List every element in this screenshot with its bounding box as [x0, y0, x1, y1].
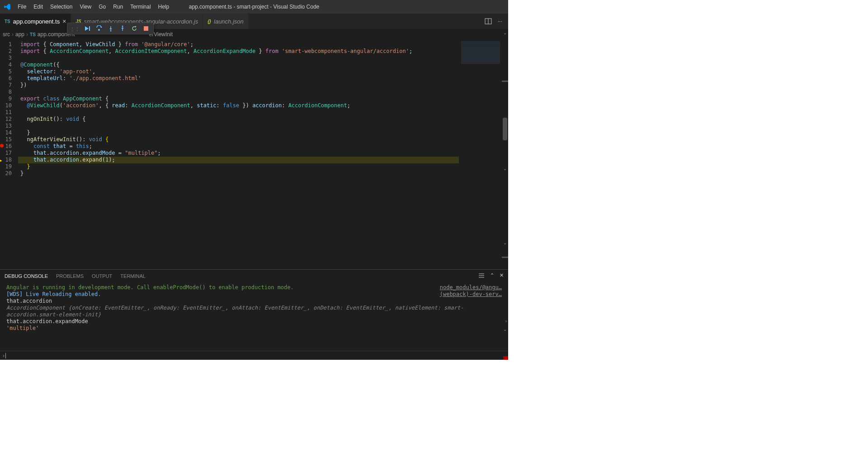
- menu-bar: FileEditSelectionViewGoRunTerminalHelp: [14, 2, 172, 12]
- scrollbar-thumb[interactable]: [503, 118, 507, 140]
- line-number: 19: [0, 163, 18, 170]
- current-line-icon: ▶: [0, 157, 2, 164]
- step-out-button[interactable]: [118, 24, 127, 33]
- debug-toolbar[interactable]: ⋮⋮: [67, 23, 154, 34]
- console-line: 'multiple': [6, 325, 502, 332]
- line-number: 5: [0, 68, 18, 75]
- fold-chevron-icon[interactable]: ⌄: [503, 240, 507, 245]
- code-line[interactable]: }: [18, 163, 459, 170]
- collapse-chevron-icon[interactable]: ⌄: [503, 30, 507, 35]
- panel-tab[interactable]: DEBUG CONSOLE: [5, 273, 48, 279]
- split-editor-icon[interactable]: [485, 18, 492, 25]
- code-line[interactable]: [18, 123, 459, 129]
- line-number: 17: [0, 150, 18, 157]
- svg-point-4: [122, 26, 123, 27]
- fold-chevron-icon[interactable]: ⌄: [503, 166, 507, 171]
- close-tab-icon[interactable]: ×: [62, 18, 66, 25]
- code-line[interactable]: ngAfterViewInit(): void {: [18, 136, 459, 143]
- line-number: 12: [0, 116, 18, 123]
- menu-view[interactable]: View: [76, 2, 94, 12]
- panel-tab-bar: DEBUG CONSOLEPROBLEMSOUTPUTTERMINAL ⌃ ✕: [0, 270, 508, 282]
- scroll-chevron-icon[interactable]: ›: [505, 319, 507, 324]
- close-panel-icon[interactable]: ✕: [500, 272, 504, 280]
- source-link[interactable]: node_modules/@angu…: [440, 284, 502, 291]
- editor-actions: ···: [480, 14, 508, 29]
- stop-button[interactable]: [142, 24, 151, 33]
- code-line[interactable]: ngOnInit(): void {: [18, 116, 459, 123]
- more-actions-icon[interactable]: ···: [496, 18, 504, 25]
- code-line[interactable]: }: [18, 170, 459, 177]
- file-icon: {}: [208, 19, 211, 24]
- editor-tab[interactable]: TSapp.component.ts×: [0, 14, 71, 29]
- debug-console-output[interactable]: Angular is running in development mode. …: [0, 282, 508, 351]
- panel-tab[interactable]: PROBLEMS: [56, 273, 84, 279]
- editor[interactable]: 123456789101112131415161718▶1920 import …: [0, 39, 508, 269]
- code-line[interactable]: export class AppComponent {: [18, 95, 459, 102]
- console-line: that.accordion: [6, 298, 502, 305]
- continue-button[interactable]: [83, 24, 92, 33]
- menu-edit[interactable]: Edit: [30, 2, 46, 12]
- code-line[interactable]: const that = this;: [18, 143, 459, 150]
- panel-tab[interactable]: TERMINAL: [120, 273, 146, 279]
- code-line[interactable]: selector: 'app-root',: [18, 68, 459, 75]
- bottom-panel: DEBUG CONSOLEPROBLEMSOUTPUTTERMINAL ⌃ ✕ …: [0, 269, 508, 360]
- menu-file[interactable]: File: [14, 2, 29, 12]
- collapse-panel-icon[interactable]: ⌃: [490, 272, 494, 280]
- code-line[interactable]: that.accordion.expandMode = "multiple";: [18, 150, 459, 157]
- svg-point-2: [98, 29, 100, 31]
- minimap[interactable]: [459, 39, 502, 269]
- code-line[interactable]: @Component({: [18, 62, 459, 68]
- code-line[interactable]: @ViewChild('accordion', { read: Accordio…: [18, 102, 459, 109]
- line-number: 1: [0, 41, 18, 48]
- filter-icon[interactable]: [478, 272, 485, 280]
- code-line[interactable]: [18, 89, 459, 95]
- menu-go[interactable]: Go: [95, 2, 109, 12]
- breakpoint-icon[interactable]: [0, 144, 4, 148]
- line-number: 8: [0, 89, 18, 95]
- line-number-gutter: 123456789101112131415161718▶1920: [0, 39, 18, 269]
- line-number: 10: [0, 102, 18, 109]
- line-number: 13: [0, 123, 18, 129]
- overview-ruler[interactable]: [502, 39, 508, 269]
- code-line[interactable]: }: [18, 129, 459, 136]
- vscode-window: FileEditSelectionViewGoRunTerminalHelp a…: [0, 0, 508, 360]
- breadcrumb-part[interactable]: src: [3, 31, 10, 38]
- menu-run[interactable]: Run: [110, 2, 126, 12]
- code-line[interactable]: templateUrl: './app.component.html': [18, 75, 459, 82]
- code-line[interactable]: import { Component, ViewChild } from '@a…: [18, 41, 459, 48]
- code-line[interactable]: import { AccordionComponent, AccordionIt…: [18, 48, 459, 55]
- line-number: 15: [0, 136, 18, 143]
- menu-terminal[interactable]: Terminal: [127, 2, 154, 12]
- console-line: Angular is running in development mode. …: [6, 284, 502, 291]
- breadcrumb-part[interactable]: app: [15, 31, 24, 38]
- svg-rect-5: [144, 26, 148, 31]
- code-line[interactable]: that.accordion.expand(1);: [18, 157, 459, 163]
- console-line: ›AccordionComponent {onCreate: EventEmit…: [6, 305, 502, 318]
- panel-tab[interactable]: OUTPUT: [92, 273, 112, 279]
- code-area[interactable]: import { Component, ViewChild } from '@a…: [18, 39, 459, 269]
- status-error-indicator: [503, 356, 508, 360]
- line-number: 16: [0, 143, 18, 150]
- line-number: 2: [0, 48, 18, 55]
- restart-button[interactable]: [130, 24, 139, 33]
- line-number: 11: [0, 109, 18, 116]
- code-line[interactable]: [18, 55, 459, 62]
- code-line[interactable]: [18, 109, 459, 116]
- code-line[interactable]: }): [18, 82, 459, 89]
- menu-help[interactable]: Help: [155, 2, 173, 12]
- menu-selection[interactable]: Selection: [47, 2, 75, 12]
- tab-label: app.component.ts: [13, 18, 60, 25]
- titlebar: FileEditSelectionViewGoRunTerminalHelp a…: [0, 0, 508, 14]
- drag-grip-icon[interactable]: ⋮⋮: [70, 26, 80, 31]
- console-line: that.accordion.expandMode: [6, 318, 502, 325]
- debug-console-input[interactable]: ›: [0, 351, 508, 360]
- tab-label: launch.json: [214, 18, 244, 25]
- vscode-logo-icon: [4, 3, 11, 10]
- console-line: [WDS] Live Reloading enabled.: [6, 291, 502, 298]
- file-icon: TS: [5, 19, 10, 24]
- editor-tab[interactable]: {}launch.json: [203, 14, 249, 29]
- step-over-button[interactable]: [94, 24, 104, 33]
- source-link[interactable]: (webpack)-dev-serv…: [440, 291, 502, 298]
- step-into-button[interactable]: [106, 24, 115, 33]
- scroll-chevron-icon[interactable]: ⌄: [503, 327, 507, 332]
